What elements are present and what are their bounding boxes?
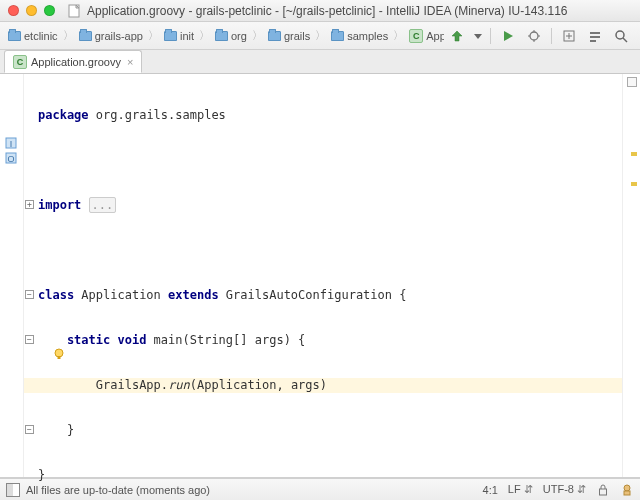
folder-icon: [79, 31, 92, 41]
editor-tabs: C Application.groovy ×: [0, 50, 640, 74]
breadcrumb-label: grails: [284, 30, 310, 42]
keyword: extends: [168, 288, 219, 302]
folder-icon: [8, 31, 21, 41]
code-line: − static void main(String[] args) {: [24, 333, 622, 348]
svg-marker-2: [474, 34, 482, 39]
editor-error-stripe[interactable]: [622, 74, 640, 477]
window-titlebar: Application.groovy - grails-petclinic - …: [0, 0, 640, 22]
search-everywhere-button[interactable]: [610, 26, 632, 46]
chevron-right-icon: 〉: [251, 28, 264, 43]
minimize-window-icon[interactable]: [26, 5, 37, 16]
code-text: main(String[] args) {: [146, 333, 305, 347]
svg-point-19: [55, 349, 63, 357]
fold-collapse-icon[interactable]: −: [25, 290, 34, 299]
code-text: (Application, args): [190, 378, 327, 392]
code-text: run: [168, 378, 190, 392]
file-type-icon: [67, 4, 81, 18]
editor-tab-label: Application.groovy: [31, 56, 121, 68]
code-text: GrailsApp.: [38, 378, 168, 392]
code-line: −class Application extends GrailsAutoCon…: [24, 288, 622, 303]
keyword: package: [38, 108, 89, 122]
svg-rect-20: [58, 356, 61, 359]
class-icon: C: [409, 29, 423, 43]
folded-region[interactable]: ...: [89, 197, 117, 213]
breadcrumb-label: org: [231, 30, 247, 42]
navigation-toolbar: etclinic 〉 grails-app 〉 init 〉 org 〉 gra…: [0, 22, 640, 50]
vcs-update-button[interactable]: [558, 26, 580, 46]
code-line: [24, 243, 622, 258]
breadcrumb-label: Application: [426, 30, 444, 42]
svg-rect-10: [590, 32, 600, 34]
intention-bulb-icon[interactable]: [52, 347, 66, 361]
tool-windows-toggle-icon[interactable]: [6, 483, 20, 497]
svg-point-13: [616, 31, 624, 39]
keyword: import: [38, 198, 81, 212]
editor-area: I O package org.grails.samples +import .…: [0, 74, 640, 478]
chevron-right-icon: 〉: [147, 28, 160, 43]
breadcrumb-label: samples: [347, 30, 388, 42]
breadcrumb-item[interactable]: init: [160, 28, 198, 44]
close-tab-icon[interactable]: ×: [125, 56, 133, 68]
class-icon: C: [13, 55, 27, 69]
code-text: GrailsAutoConfiguration {: [219, 288, 407, 302]
code-line: package org.grails.samples: [24, 108, 622, 123]
code-line: − }: [24, 423, 622, 438]
toolbar-actions: [446, 26, 636, 46]
folder-icon: [164, 31, 177, 41]
folder-icon: [268, 31, 281, 41]
fold-end-icon[interactable]: −: [25, 425, 34, 434]
close-window-icon[interactable]: [8, 5, 19, 16]
svg-point-22: [624, 485, 630, 491]
breadcrumb-label: etclinic: [24, 30, 58, 42]
svg-text:I: I: [10, 139, 13, 149]
make-project-button[interactable]: [446, 26, 468, 46]
breadcrumb-label: init: [180, 30, 194, 42]
svg-line-14: [623, 38, 627, 42]
breadcrumb-item[interactable]: grails: [264, 28, 314, 44]
window-title: Application.groovy - grails-petclinic - …: [87, 4, 568, 18]
code-line: }: [24, 468, 622, 483]
overrides-gutter-icon[interactable]: O: [3, 151, 19, 165]
keyword: class: [38, 288, 74, 302]
separator: [551, 28, 552, 44]
editor-tab[interactable]: C Application.groovy ×: [4, 50, 142, 73]
warning-marker[interactable]: [631, 152, 637, 156]
code-line: [24, 153, 622, 168]
code-line-current: GrailsApp.run(Application, args): [24, 378, 622, 393]
editor-gutter[interactable]: I O: [0, 74, 24, 477]
debug-button[interactable]: [523, 26, 545, 46]
hector-inspections-icon[interactable]: [620, 483, 634, 497]
chevron-right-icon: 〉: [62, 28, 75, 43]
breadcrumb-item[interactable]: org: [211, 28, 251, 44]
fold-collapse-icon[interactable]: −: [25, 335, 34, 344]
warning-marker[interactable]: [631, 182, 637, 186]
code-text: org.grails.samples: [89, 108, 226, 122]
folder-icon: [331, 31, 344, 41]
window-controls: [8, 5, 55, 16]
breadcrumb-item[interactable]: grails-app: [75, 28, 147, 44]
svg-rect-23: [624, 491, 630, 495]
code-text: }: [38, 468, 45, 482]
breadcrumb-item[interactable]: C Application: [405, 27, 444, 45]
code-text: }: [38, 423, 74, 437]
svg-point-4: [530, 32, 538, 40]
keyword: static void: [38, 333, 146, 347]
chevron-right-icon: 〉: [392, 28, 405, 43]
breadcrumb-item[interactable]: etclinic: [4, 28, 62, 44]
code-editor[interactable]: package org.grails.samples +import ... −…: [24, 74, 622, 477]
implements-gutter-icon[interactable]: I: [3, 136, 19, 150]
zoom-window-icon[interactable]: [44, 5, 55, 16]
run-button[interactable]: [497, 26, 519, 46]
fold-expand-icon[interactable]: +: [25, 200, 34, 209]
code-line: +import ...: [24, 198, 622, 213]
svg-rect-11: [590, 36, 600, 38]
project-structure-button[interactable]: [584, 26, 606, 46]
breadcrumb: etclinic 〉 grails-app 〉 init 〉 org 〉 gra…: [4, 27, 444, 45]
dropdown-button[interactable]: [472, 26, 484, 46]
analysis-status-icon[interactable]: [627, 77, 637, 87]
code-text: Application: [74, 288, 168, 302]
chevron-right-icon: 〉: [198, 28, 211, 43]
breadcrumb-item[interactable]: samples: [327, 28, 392, 44]
svg-text:O: O: [7, 154, 14, 164]
folder-icon: [215, 31, 228, 41]
